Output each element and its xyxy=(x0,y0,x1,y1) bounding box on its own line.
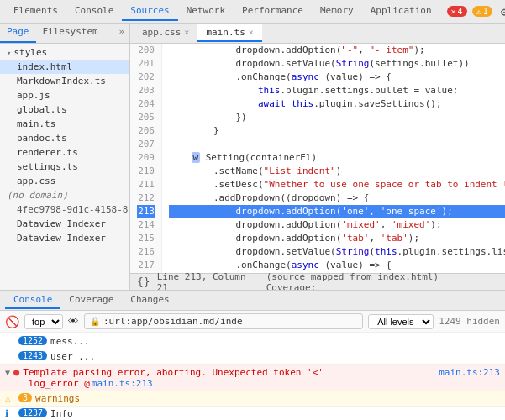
msg-count-1243: 1243 xyxy=(18,351,47,360)
msg-label-info: Info xyxy=(50,408,73,419)
close-appcss-icon[interactable]: × xyxy=(184,28,189,37)
tab-console[interactable]: Console xyxy=(5,291,60,309)
settings-icon[interactable]: ⚙ xyxy=(497,3,505,20)
source-info: (source mapped from index.html) Coverage… xyxy=(266,271,498,291)
toolbar-tabs: Elements Console Sources Network Perform… xyxy=(5,2,440,21)
code-line-214: dropdown.addOption('mixed', 'mixed'); xyxy=(169,218,505,232)
code-line-209: w Setting(containerEl) xyxy=(169,151,505,165)
code-tab-maints[interactable]: main.ts × xyxy=(197,24,261,42)
code-line-206: } xyxy=(169,124,505,138)
main-layout: Page Filesystem » ▾styles index.html Mar… xyxy=(0,24,505,290)
tree-file-globalts[interactable]: global.ts xyxy=(0,102,129,117)
tree-file-index-html[interactable]: index.html xyxy=(0,60,129,74)
tab-memory[interactable]: Memory xyxy=(312,2,362,21)
code-line-207 xyxy=(169,138,505,151)
info-icon: ℹ xyxy=(5,408,18,419)
error-source-link[interactable]: main.ts:213 xyxy=(439,367,500,378)
tab-performance[interactable]: Performance xyxy=(234,2,312,21)
tree-file-uuid[interactable]: 4fec9798-9d1c-4158-89f7-98e99ff... xyxy=(0,202,129,217)
bottom-tabs: Console Coverage Changes xyxy=(0,291,505,311)
filter-url-text: :url:app/obsidian.md/inde xyxy=(103,316,357,327)
code-line-213: dropdown.addOption('one', 'one space'); xyxy=(169,205,505,218)
tab-console[interactable]: Console xyxy=(66,2,122,21)
log-levels-select[interactable]: All levels xyxy=(368,314,434,329)
left-panel: Page Filesystem » ▾styles index.html Mar… xyxy=(0,24,130,290)
error-badge: ✕ 4 xyxy=(447,6,467,17)
tab-filesystem[interactable]: Filesystem xyxy=(36,24,105,43)
console-msg-errors: ▼ ● Template parsing error, aborting. Un… xyxy=(0,365,505,391)
code-line-215: dropdown.addOption('tab', 'tab'); xyxy=(169,232,505,245)
msg-count-warnings: 3 xyxy=(18,393,32,402)
tree-file-appjs[interactable]: app.js xyxy=(0,88,129,102)
error-sub-detail: log_error @ main.ts:213 xyxy=(5,378,500,389)
context-select[interactable]: top xyxy=(24,314,63,329)
code-panel: app.css × main.ts × 200201202203204 2052… xyxy=(130,24,505,290)
msg-count-1252: 1252 xyxy=(18,336,47,345)
tab-coverage[interactable]: Coverage xyxy=(60,291,122,309)
tree-file-maints[interactable]: main.ts xyxy=(0,117,129,131)
console-filter[interactable]: 🔒 :url:app/obsidian.md/inde xyxy=(84,313,363,329)
tree-file-renderer[interactable]: renderer.ts xyxy=(0,145,129,160)
tab-application[interactable]: Application xyxy=(362,2,440,21)
error-triangle-icon: ● xyxy=(13,366,19,378)
tree-domain[interactable]: (no domain) xyxy=(0,188,129,202)
toolbar-icons: ✕ 4 ⚠ 1 ⚙ ⋮ xyxy=(447,3,505,20)
code-line-202: .onChange(async (value) => { xyxy=(169,71,505,84)
tree-folder-styles[interactable]: ▾styles xyxy=(0,45,129,60)
console-eye-icon[interactable]: 👁 xyxy=(68,315,79,328)
code-statusbar: {} Line 213, Column 21 (source mapped fr… xyxy=(130,273,505,290)
error-main-text: Template parsing error, aborting. Unexpe… xyxy=(23,367,324,378)
code-line-212: .addDropdown((dropdown) => { xyxy=(169,192,505,205)
code-lines: dropdown.addOption("-", "- item"); dropd… xyxy=(162,44,505,273)
msg-label-warnings: warnings xyxy=(35,393,80,404)
expand-errors-icon[interactable]: ▼ xyxy=(5,368,10,377)
panel-tabs: Page Filesystem » xyxy=(0,24,129,44)
bottom-panel: Console Coverage Changes 🚫 top 👁 🔒 :url:… xyxy=(0,290,505,420)
cursor-icon: {} xyxy=(137,276,150,288)
console-clear-icon[interactable]: 🚫 xyxy=(5,315,19,328)
code-line-201: dropdown.setValue(String(settings.bullet… xyxy=(169,57,505,71)
console-msg-info: ℹ 1237 Info xyxy=(0,407,505,420)
tab-changes[interactable]: Changes xyxy=(122,291,177,309)
code-line-216: dropdown.setValue(String(this.plugin.set… xyxy=(169,245,505,259)
tab-sources[interactable]: Sources xyxy=(122,2,177,21)
error-log-text: log_error @ xyxy=(29,378,90,389)
console-toolbar: 🚫 top 👁 🔒 :url:app/obsidian.md/inde All … xyxy=(0,311,505,333)
code-line-205: }) xyxy=(169,111,505,124)
tree-file-markdownindex[interactable]: MarkdownIndex.ts xyxy=(0,74,129,88)
tree-file-settings[interactable]: settings.ts xyxy=(0,160,129,174)
code-line-204: await this.plugin.saveSettings(); xyxy=(169,97,505,111)
console-msg-warnings: ⚠ 3 warnings xyxy=(0,391,505,407)
error-sub-link[interactable]: main.ts:213 xyxy=(92,378,153,389)
code-content: 200201202203204 205206207209210 21121221… xyxy=(130,44,505,273)
tab-elements[interactable]: Elements xyxy=(5,2,66,21)
close-maints-icon[interactable]: × xyxy=(249,28,254,37)
tab-network[interactable]: Network xyxy=(178,2,234,21)
line-numbers: 200201202203204 205206207209210 21121221… xyxy=(130,44,162,273)
panel-more-icon[interactable]: » xyxy=(113,24,129,43)
console-messages: 1252 mess... 1243 user ... ▼ ● Template … xyxy=(0,333,505,420)
code-line-210: .setName("List indent") xyxy=(169,165,505,178)
msg-label-1243: user ... xyxy=(50,351,95,362)
console-msg-1252: 1252 mess... xyxy=(0,334,505,349)
file-tree: ▾styles index.html MarkdownIndex.ts app.… xyxy=(0,44,129,290)
top-toolbar: Elements Console Sources Network Perform… xyxy=(0,0,505,24)
tree-file-appcss[interactable]: app.css xyxy=(0,174,129,188)
console-msg-1243: 1243 user ... xyxy=(0,349,505,365)
tab-page[interactable]: Page xyxy=(0,24,36,43)
code-tabs: app.css × main.ts × xyxy=(130,24,505,44)
hidden-count: 1249 hidden xyxy=(439,316,500,327)
tree-file-pandoc[interactable]: pandoc.ts xyxy=(0,131,129,145)
code-line-200: dropdown.addOption("-", "- item"); xyxy=(169,44,505,57)
code-line-203: this.plugin.settings.bullet = value; xyxy=(169,84,505,97)
cursor-position: Line 213, Column 21 xyxy=(157,271,260,291)
tree-file-dataview1[interactable]: Dataview Indexer xyxy=(0,217,129,231)
warn-icon: ⚠ xyxy=(5,393,18,404)
tree-file-dataview2[interactable]: Dataview Indexer xyxy=(0,231,129,245)
msg-label-1252: mess... xyxy=(50,336,89,347)
warning-badge: ⚠ 1 xyxy=(472,6,492,17)
msg-count-info: 1237 xyxy=(18,408,47,417)
code-tab-appcss[interactable]: app.css × xyxy=(134,24,197,42)
code-line-211: .setDesc("Whether to use one space or ta… xyxy=(169,178,505,192)
